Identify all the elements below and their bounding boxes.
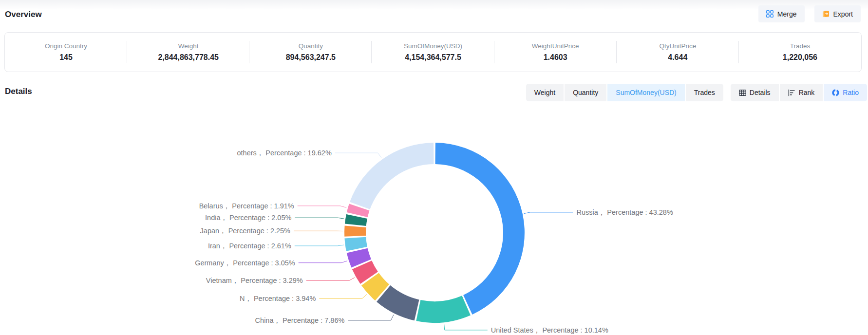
- pie-label-n: N， Percentage : 3.94%: [240, 295, 316, 302]
- merge-button-label: Merge: [777, 10, 797, 18]
- pie-label-belarus: Belarus， Percentage : 1.91%: [199, 202, 294, 210]
- pie-label-united-states: United States， Percentage : 10.14%: [491, 326, 608, 334]
- view-tab-group: DetailsRankRatio: [731, 84, 867, 101]
- top-fade-strip: [0, 0, 868, 10]
- trade-dashboard-page: Overview Merge Export: [0, 0, 868, 335]
- pie-slice-japan[interactable]: [344, 225, 366, 236]
- stat-weight: Weight2,844,863,778.45: [127, 33, 249, 72]
- pie-slice-united-states[interactable]: [416, 296, 471, 323]
- tab-metric-sumofmoney-usd-[interactable]: SumOfMoney(USD): [607, 84, 684, 101]
- tab-view-ratio[interactable]: Ratio: [824, 84, 867, 101]
- stat-value: 4,154,364,577.5: [405, 53, 461, 62]
- tab-label: Ratio: [843, 89, 859, 96]
- pie-slice-iran[interactable]: [344, 237, 367, 251]
- stat-label: QtyUnitPrice: [659, 42, 696, 50]
- stat-qtyunitprice: QtyUnitPrice4.644: [617, 33, 739, 72]
- stat-label: Weight: [178, 42, 199, 50]
- stat-weightunitprice: WeightUnitPrice1.4603: [494, 33, 617, 72]
- stat-value: 4.644: [668, 53, 687, 62]
- donut-icon: [832, 89, 839, 96]
- stat-quantity: Quantity894,563,247.5: [249, 33, 372, 72]
- stat-value: 1.4603: [544, 53, 567, 62]
- tab-view-rank[interactable]: Rank: [780, 84, 823, 101]
- stat-label: Trades: [790, 42, 811, 50]
- pie-label-line: [524, 212, 573, 214]
- pie-label-line: [348, 315, 394, 320]
- tab-metric-weight[interactable]: Weight: [526, 84, 564, 101]
- overview-title: Overview: [5, 10, 42, 19]
- export-button-label: Export: [833, 10, 853, 18]
- pie-label-line: [295, 245, 344, 246]
- origin-country-donut-chart: Russia， Percentage : 43.28%United States…: [0, 101, 868, 335]
- tab-label: Quantity: [573, 89, 598, 96]
- tab-label: Trades: [694, 89, 715, 96]
- pie-label-vietnam: Vietnam， Percentage : 3.29%: [206, 277, 303, 284]
- merge-icon: [766, 10, 774, 18]
- stat-label: WeightUnitPrice: [532, 42, 579, 50]
- tab-label: SumOfMoney(USD): [616, 89, 676, 96]
- overview-stats-card: Origin Country145Weight2,844,863,778.45Q…: [4, 32, 862, 72]
- stat-sumofmoney-usd-: SumOfMoney(USD)4,154,364,577.5: [372, 33, 494, 72]
- details-title: Details: [5, 87, 32, 96]
- pie-label-russia: Russia， Percentage : 43.28%: [577, 208, 673, 216]
- merge-button[interactable]: Merge: [758, 5, 805, 22]
- pie-label-india: India， Percentage : 2.05%: [205, 214, 291, 222]
- pie-label-line: [299, 261, 347, 263]
- rank-icon: [788, 89, 795, 96]
- stat-value: 2,844,863,778.45: [158, 53, 219, 62]
- stat-value: 1,220,056: [783, 53, 817, 62]
- header-actions: Merge Export: [758, 5, 861, 22]
- pie-label-japan: Japan， Percentage : 2.25%: [200, 227, 291, 235]
- tab-metric-quantity[interactable]: Quantity: [565, 84, 606, 101]
- stat-label: Quantity: [299, 42, 323, 50]
- tab-label: Weight: [534, 89, 555, 96]
- details-toolbar: WeightQuantitySumOfMoney(USD)Trades Deta…: [526, 84, 867, 101]
- stat-value: 145: [59, 53, 73, 62]
- pie-label-line: [335, 153, 382, 158]
- pie-label-line: [295, 218, 344, 219]
- tab-metric-trades[interactable]: Trades: [686, 84, 723, 101]
- pie-label-line: [306, 278, 355, 280]
- pie-label-china: China， Percentage : 7.86%: [255, 316, 345, 324]
- pie-label-line: [298, 206, 347, 208]
- stat-label: SumOfMoney(USD): [404, 42, 462, 50]
- table-icon: [739, 89, 746, 96]
- stat-origin-country: Origin Country145: [5, 33, 127, 72]
- pie-label-line: [444, 324, 488, 330]
- pie-label-germany: Germany， Percentage : 3.05%: [195, 259, 295, 267]
- pie-slice-russia[interactable]: [435, 143, 525, 315]
- stat-trades: Trades1,220,056: [739, 33, 861, 72]
- stat-label: Origin Country: [45, 42, 87, 50]
- pie-label-iran: Iran， Percentage : 2.61%: [208, 242, 291, 250]
- export-icon: [822, 10, 830, 18]
- tab-label: Rank: [799, 89, 815, 96]
- stat-value: 894,563,247.5: [286, 53, 336, 62]
- pie-label-others: others， Percentage : 19.62%: [237, 149, 332, 157]
- tab-label: Details: [750, 89, 771, 96]
- export-button[interactable]: Export: [814, 5, 861, 22]
- metric-tab-group: WeightQuantitySumOfMoney(USD)Trades: [526, 84, 723, 101]
- pie-label-line: [319, 295, 367, 299]
- tab-view-details[interactable]: Details: [731, 84, 779, 101]
